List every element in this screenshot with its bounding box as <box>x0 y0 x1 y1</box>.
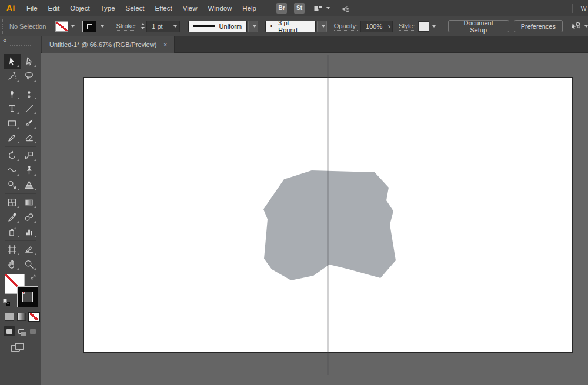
arrange-documents-button[interactable] <box>313 4 330 13</box>
style-swatch[interactable] <box>418 21 430 32</box>
zoom-tool-icon <box>24 259 34 269</box>
menu-item-effect[interactable]: Effect <box>150 0 178 16</box>
perspective-grid-tool[interactable] <box>21 178 38 192</box>
draw-behind-button[interactable] <box>15 326 27 336</box>
magic-wand-tool[interactable] <box>4 69 21 83</box>
style-label[interactable]: Style: <box>399 22 415 31</box>
menubar-separator <box>268 4 268 13</box>
shaper-tool-icon <box>7 133 17 143</box>
column-graph-tool[interactable] <box>21 225 38 239</box>
opacity-field[interactable]: 100% › <box>360 21 393 32</box>
style-chevron[interactable] <box>429 21 439 32</box>
stroke-weight-stepper[interactable] <box>141 23 145 29</box>
appearance-row <box>0 313 41 321</box>
eyedropper-tool[interactable] <box>4 210 21 225</box>
none-button[interactable] <box>29 313 39 321</box>
menu-item-view[interactable]: View <box>178 0 203 16</box>
draw-inside-button[interactable] <box>27 326 39 336</box>
drawing-modes-row <box>0 326 41 336</box>
selection-tool[interactable] <box>4 54 21 69</box>
chevron-down-icon <box>71 25 75 28</box>
toolbar <box>0 53 41 385</box>
tab-close-icon[interactable]: × <box>163 42 167 48</box>
gpu-performance-button[interactable] <box>339 4 351 13</box>
drawn-shape[interactable] <box>263 170 396 280</box>
mesh-tool[interactable] <box>4 195 21 210</box>
stepper-up-icon <box>141 23 145 25</box>
swap-fill-stroke-icon[interactable] <box>29 273 37 282</box>
screen-mode-icon-front <box>15 343 24 350</box>
eraser-tool-icon <box>24 133 34 143</box>
paintbrush-tool[interactable] <box>21 116 38 130</box>
menu-item-window[interactable]: Window <box>202 0 237 16</box>
selection-status: No Selection <box>9 23 51 30</box>
eraser-tool[interactable] <box>21 130 38 145</box>
brush-definition-dropdown[interactable]: • 3 pt. Round <box>265 21 316 32</box>
draw-normal-button[interactable] <box>4 326 15 336</box>
width-tool[interactable] <box>4 163 21 178</box>
bridge-button[interactable]: Br <box>276 3 287 14</box>
gpu-performance-icon <box>339 4 351 13</box>
brush-definition-chevron[interactable] <box>317 21 327 32</box>
color-button[interactable] <box>5 313 14 321</box>
artboard-tool[interactable] <box>4 242 21 257</box>
rotate-tool[interactable] <box>4 148 21 163</box>
preferences-button[interactable]: Preferences <box>514 20 563 32</box>
stroke-swatch-chevron[interactable] <box>98 21 107 32</box>
opacity-label[interactable]: Opacity: <box>334 22 358 31</box>
menu-item-help[interactable]: Help <box>237 0 262 16</box>
document-setup-button[interactable]: Document Setup <box>448 20 509 32</box>
screen-mode-button[interactable] <box>11 343 25 353</box>
opacity-menu-button[interactable]: › <box>388 22 390 30</box>
gradient-tool[interactable] <box>21 195 38 210</box>
rectangle-tool-icon <box>7 118 17 128</box>
workspace-label[interactable]: W <box>576 5 588 12</box>
stroke-swatch[interactable] <box>83 21 95 32</box>
scale-tool[interactable] <box>21 148 38 163</box>
hand-tool[interactable] <box>4 257 21 272</box>
toolbar-grip[interactable] <box>10 45 31 46</box>
magic-wand-tool-icon <box>7 71 17 81</box>
curvature-tool-icon <box>24 89 34 99</box>
column-graph-tool-icon <box>24 227 34 237</box>
fill-swatch[interactable] <box>55 21 68 32</box>
tab-row: « Untitled-1* @ 66.67% (RGB/Preview) × <box>0 36 588 53</box>
control-bar-grip[interactable] <box>2 19 4 34</box>
type-tool[interactable] <box>4 101 21 116</box>
symbol-sprayer-tool[interactable] <box>4 225 21 239</box>
stroke-proxy-swatch[interactable] <box>18 287 38 307</box>
stock-button[interactable]: St <box>294 3 305 14</box>
menu-item-select[interactable]: Select <box>121 0 150 16</box>
toolbar-collapse-button[interactable]: « <box>3 36 6 43</box>
selection-tool-icon <box>7 56 17 66</box>
line-segment-tool[interactable] <box>21 101 38 116</box>
stroke-label[interactable]: Stroke: <box>116 22 136 31</box>
rectangle-tool[interactable] <box>4 116 21 130</box>
default-fill-stroke-icon[interactable] <box>3 299 10 306</box>
pen-tool[interactable] <box>4 86 21 101</box>
free-transform-tool[interactable] <box>21 163 38 178</box>
slice-tool[interactable] <box>21 242 38 257</box>
blend-tool[interactable] <box>21 210 38 225</box>
shaper-tool[interactable] <box>4 130 21 145</box>
gradient-button[interactable] <box>17 313 26 321</box>
symbol-sprayer-tool-icon <box>7 227 17 237</box>
lasso-tool[interactable] <box>21 69 38 83</box>
chevron-down-icon <box>432 25 436 28</box>
menu-item-object[interactable]: Object <box>65 0 95 16</box>
fill-swatch-chevron[interactable] <box>68 21 78 32</box>
width-profile-chevron[interactable] <box>248 21 258 32</box>
width-profile-dropdown[interactable]: Uniform <box>188 21 247 32</box>
menu-item-edit[interactable]: Edit <box>43 0 65 16</box>
tool-grid <box>0 53 38 272</box>
direct-selection-tool-icon <box>24 56 34 66</box>
menu-item-file[interactable]: File <box>21 0 43 16</box>
shape-builder-tool[interactable] <box>4 178 21 192</box>
zoom-tool[interactable] <box>21 257 38 272</box>
menu-item-type[interactable]: Type <box>95 0 121 16</box>
curvature-tool[interactable] <box>21 86 38 101</box>
direct-selection-tool[interactable] <box>21 54 38 69</box>
select-similar-button[interactable] <box>570 21 588 31</box>
stroke-weight-field[interactable]: 1 pt <box>146 21 180 32</box>
document-tab[interactable]: Untitled-1* @ 66.67% (RGB/Preview) × <box>42 36 175 53</box>
